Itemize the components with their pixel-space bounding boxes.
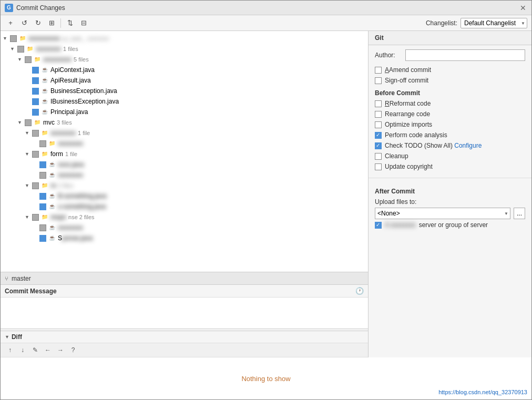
reformat-code-checkbox[interactable] [375,100,382,107]
diff-edit-btn[interactable]: ✎ [30,345,40,355]
checkbox-apiresult[interactable] [32,77,39,84]
checkbox-mvc-sub1a[interactable] [39,140,46,147]
tree-row-sub1a[interactable]: ▼ 📁 xxxxxxxxx 5 files [1,54,368,65]
tree-row-root[interactable]: ▼ 📁 xxxxxxxxxx yy_task_ common [1,33,368,44]
after-commit-section: After Commit Upload files to: <None> ▼ .… [369,178,531,233]
amend-commit-label: AAmend commit [385,66,431,74]
commit-message-input[interactable] [1,298,368,329]
checkbox-principal[interactable] [32,109,39,116]
tree-row-response-file1[interactable]: ☕ xxxxxxxx [1,222,368,233]
folder-icon-sub1a: 📁 [33,55,42,64]
diff-collapse-icon[interactable]: ▼ [5,334,9,340]
diff-prev-btn[interactable]: ↑ [5,345,15,355]
commit-message-header: Commit Message 🕐 [1,285,368,298]
refresh-button[interactable]: ↻ [32,17,44,29]
tree-label-form-file2: xxxxxxxx [58,170,83,180]
git-tab: Git [369,31,531,45]
checkbox-businessexception[interactable] [32,88,39,95]
tree-row-response[interactable]: ▼ 📁 respo nse 2 files [1,212,368,222]
configure-link[interactable]: Configure [454,142,482,149]
diff-next-btn[interactable]: ↓ [17,345,28,355]
diff-left-btn[interactable]: ← [43,345,53,355]
checkbox-response-file1[interactable] [39,224,46,231]
checkbox-ro-file1[interactable] [39,193,46,200]
tree-meta-sub1: 1 files [63,44,78,54]
check-todo-checkbox[interactable] [375,142,382,149]
app-icon: G [5,4,13,12]
rearrange-code-label: Rearrange code [385,110,430,118]
branch-name: master [12,275,31,282]
right-panel: Git Author: AAmend commit Sign-off commi… [369,31,531,357]
tree-row-form-file[interactable]: ☕ xxxx.java [1,159,368,170]
tree-meta-form: 1 file [65,149,77,159]
commit-changes-window: G Commit Changes ✕ + ↺ ↻ ⊞ ⇅ ⊟ Changelis… [0,0,532,400]
checkbox-response[interactable] [32,214,39,221]
java-icon-apiresult: ☕ [40,76,49,85]
cleanup-checkbox[interactable] [375,153,382,160]
rearrange-code-checkbox[interactable] [375,111,382,118]
update-copyright-checkbox[interactable] [375,163,382,170]
checkbox-mvc[interactable] [25,119,32,126]
amend-commit-checkbox[interactable] [375,67,382,74]
tree-label-apiresult: ApiResult.java [50,76,91,85]
title-bar: G Commit Changes ✕ [1,1,531,15]
checkbox-form[interactable] [32,151,39,158]
tree-row-ibusinessexception[interactable]: ☕ IBusinessException.java [1,96,368,107]
checkbox-apicontext[interactable] [32,67,39,74]
checkbox-mvc-sub1[interactable] [32,130,39,137]
optimize-imports-checkbox[interactable] [375,121,382,128]
changelist-select-wrapper: Default Changelist ▼ [461,18,527,28]
tree-label-mvc-sub1: xxxxxxxx [50,128,76,138]
tree-arrow-mvc: ▼ [17,118,25,127]
server-checkbox[interactable] [375,222,382,229]
tree-row-apiresult[interactable]: ☕ ApiResult.java [1,75,368,86]
tree-row-ro-file2[interactable]: ☕ u-something.java [1,201,368,212]
folder-icon-ro: 📁 [40,181,49,190]
checkbox-form-file2[interactable] [39,172,46,179]
file-tree[interactable]: ▼ 📁 xxxxxxxxxx yy_task_ common ▼ 📁 xxxxx… [1,31,368,272]
tree-arrow-form: ▼ [25,149,32,159]
folder-icon-sub1: 📁 [26,45,34,53]
java-icon-response-file1: ☕ [48,223,56,232]
tree-row-sub1[interactable]: ▼ 📁 xxxxxxxx 1 files [1,44,368,54]
author-input[interactable] [405,49,525,61]
diff-header: ▼ Diff [1,331,368,343]
tree-row-mvc-sub1[interactable]: ▼ 📁 xxxxxxxx 1 file [1,128,368,138]
tree-row-form[interactable]: ▼ 📁 form 1 file [1,149,368,159]
sign-off-commit-checkbox[interactable] [375,77,382,84]
checkbox-response-file2[interactable] [39,235,46,242]
close-button[interactable]: ✕ [519,4,527,12]
checkbox-ro-file2[interactable] [39,203,46,210]
tree-row-principal[interactable]: ☕ Principal.java [1,107,368,117]
changelist-select[interactable]: Default Changelist [461,18,527,28]
upload-select[interactable]: <None> [375,208,510,219]
checkbox-ibusinessexception[interactable] [32,98,39,105]
java-icon-principal: ☕ [40,108,49,116]
tree-row-form-file2[interactable]: ☕ xxxxxxxx [1,170,368,180]
watermark: https://blog.csdn.net/qq_32370913 [438,389,527,395]
tree-row-ro[interactable]: ▼ 📁 ro 2 files [1,180,368,191]
add-button[interactable]: + [5,17,16,29]
checkbox-ro[interactable] [32,182,39,189]
group-button[interactable]: ⊞ [46,17,57,29]
sort-button[interactable]: ⇅ [64,17,76,29]
perform-code-analysis-checkbox[interactable] [375,132,382,139]
tree-row-mvc[interactable]: ▼ 📁 mvc 3 files [1,117,368,128]
tree-row-mvc-sub1a[interactable]: 📁 xxxxxxxx [1,138,368,149]
checkbox-form-file[interactable] [39,161,46,168]
diff-help-btn[interactable]: ? [68,345,78,355]
upload-dots-button[interactable]: ... [514,208,525,219]
undo-button[interactable]: ↺ [18,17,30,29]
tree-arrow-response: ▼ [25,212,32,222]
tree-label-response-file2b: ponse.java [62,233,93,243]
tree-row-apicontext[interactable]: ☕ ApiContext.java [1,65,368,75]
checkbox-sub1[interactable] [17,46,24,53]
diff-right-btn[interactable]: → [55,345,66,355]
tree-row-businessexception[interactable]: ☕ BusinessException.java [1,86,368,96]
filter-button[interactable]: ⊟ [78,17,89,29]
checkbox-root[interactable] [10,35,17,42]
toolbar: + ↺ ↻ ⊞ ⇅ ⊟ Changelist: Default Changeli… [1,15,531,31]
checkbox-sub1a[interactable] [25,56,32,63]
tree-row-response-file2[interactable]: ☕ S ponse.java [1,233,368,243]
tree-row-ro-file1[interactable]: ☕ B-something.java [1,191,368,201]
